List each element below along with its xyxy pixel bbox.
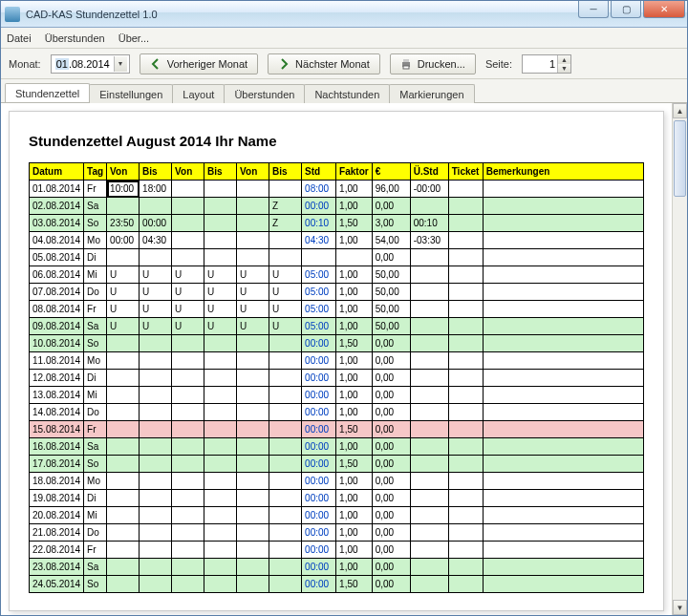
- cell-std[interactable]: 05:00: [302, 318, 336, 335]
- cell-bem[interactable]: [483, 284, 643, 301]
- cell-eur[interactable]: 54,00: [372, 232, 410, 249]
- cell-date[interactable]: 13.08.2014: [30, 387, 84, 404]
- cell-std[interactable]: 04:30: [302, 232, 336, 249]
- cell-v1[interactable]: [107, 198, 140, 215]
- cell-bem[interactable]: [483, 421, 643, 438]
- cell-v3[interactable]: [237, 249, 269, 266]
- cell-b1[interactable]: 00:00: [140, 215, 172, 232]
- cell-tag[interactable]: So: [84, 456, 107, 473]
- table-row[interactable]: 17.08.2014So00:001,500,00: [30, 456, 644, 473]
- cell-bem[interactable]: [483, 438, 643, 456]
- month-date-picker[interactable]: 01.08.2014 ▾: [51, 54, 130, 74]
- cell-b3[interactable]: U: [269, 318, 302, 335]
- cell-b2[interactable]: [204, 215, 237, 232]
- cell-tk[interactable]: [448, 473, 483, 490]
- cell-f[interactable]: 1,00: [336, 524, 373, 542]
- cell-bem[interactable]: [483, 473, 643, 490]
- cell-v1[interactable]: U: [107, 318, 140, 335]
- cell-v1[interactable]: 10:00: [107, 181, 140, 198]
- cell-date[interactable]: 19.08.2014: [30, 490, 84, 507]
- cell-v1[interactable]: [107, 542, 140, 559]
- cell-us[interactable]: [410, 404, 448, 421]
- cell-v2[interactable]: [172, 352, 204, 370]
- cell-eur[interactable]: 0,00: [372, 576, 410, 593]
- cell-tag[interactable]: Mi: [84, 507, 107, 524]
- cell-date[interactable]: 11.08.2014: [30, 352, 84, 370]
- cell-b3[interactable]: U: [269, 284, 302, 301]
- scroll-up-icon[interactable]: ▲: [673, 103, 687, 118]
- cell-v2[interactable]: [172, 181, 204, 198]
- cell-us[interactable]: [410, 576, 448, 593]
- cell-bem[interactable]: [483, 352, 643, 370]
- cell-b2[interactable]: [204, 473, 237, 490]
- table-row[interactable]: 16.08.2014Sa00:001,000,00: [30, 438, 644, 456]
- cell-eur[interactable]: 3,00: [372, 215, 410, 232]
- scroll-thumb[interactable]: [674, 120, 686, 197]
- cell-v3[interactable]: [237, 473, 269, 490]
- cell-tk[interactable]: [448, 249, 483, 266]
- cell-date[interactable]: 20.08.2014: [30, 507, 84, 524]
- cell-tk[interactable]: [448, 524, 483, 542]
- cell-std[interactable]: 00:00: [302, 387, 336, 404]
- table-row[interactable]: 10.08.2014So00:001,500,00: [30, 335, 644, 352]
- cell-f[interactable]: 1,00: [336, 542, 373, 559]
- cell-std[interactable]: 00:00: [302, 456, 336, 473]
- cell-v1[interactable]: [107, 507, 140, 524]
- cell-b2[interactable]: U: [204, 284, 237, 301]
- cell-us[interactable]: [410, 318, 448, 335]
- table-row[interactable]: 05.08.2014Di0,00: [30, 249, 644, 266]
- cell-v3[interactable]: U: [237, 318, 269, 335]
- cell-v1[interactable]: [107, 524, 140, 542]
- cell-eur[interactable]: 0,00: [372, 559, 410, 576]
- close-button[interactable]: ✕: [643, 1, 685, 18]
- cell-b3[interactable]: [269, 456, 302, 473]
- cell-date[interactable]: 06.08.2014: [30, 266, 84, 284]
- cell-tag[interactable]: Sa: [84, 438, 107, 456]
- cell-us[interactable]: [410, 352, 448, 370]
- cell-b2[interactable]: [204, 542, 237, 559]
- cell-b2[interactable]: [204, 524, 237, 542]
- cell-us[interactable]: [410, 198, 448, 215]
- cell-bem[interactable]: [483, 318, 643, 335]
- cell-v3[interactable]: [237, 215, 269, 232]
- cell-us[interactable]: -03:30: [410, 232, 448, 249]
- cell-date[interactable]: 07.08.2014: [30, 284, 84, 301]
- cell-us[interactable]: [410, 524, 448, 542]
- table-row[interactable]: 09.08.2014SaUUUUUU05:001,0050,00: [30, 318, 644, 335]
- cell-eur[interactable]: 0,00: [372, 473, 410, 490]
- tab-layout[interactable]: Layout: [172, 84, 225, 103]
- cell-us[interactable]: [410, 335, 448, 352]
- cell-b3[interactable]: [269, 524, 302, 542]
- cell-f[interactable]: 1,00: [336, 301, 373, 318]
- cell-tag[interactable]: So: [84, 335, 107, 352]
- cell-us[interactable]: [410, 387, 448, 404]
- cell-tag[interactable]: Di: [84, 249, 107, 266]
- cell-v1[interactable]: [107, 387, 140, 404]
- cell-tk[interactable]: [448, 301, 483, 318]
- table-row[interactable]: 12.08.2014Di00:001,000,00: [30, 370, 644, 387]
- cell-v1[interactable]: U: [107, 301, 140, 318]
- cell-eur[interactable]: 0,00: [372, 421, 410, 438]
- cell-v3[interactable]: [237, 352, 269, 370]
- table-row[interactable]: 19.08.2014Di00:001,000,00: [30, 490, 644, 507]
- cell-b1[interactable]: [140, 352, 172, 370]
- cell-tk[interactable]: [448, 404, 483, 421]
- cell-b1[interactable]: [140, 576, 172, 593]
- cell-tag[interactable]: Mo: [84, 232, 107, 249]
- cell-v3[interactable]: [237, 198, 269, 215]
- timesheet-table[interactable]: DatumTagVonBisVonBisVonBisStdFaktor€Ü.St…: [29, 162, 644, 593]
- cell-f[interactable]: 1,00: [336, 438, 373, 456]
- cell-tag[interactable]: Sa: [84, 559, 107, 576]
- cell-std[interactable]: 00:00: [302, 542, 336, 559]
- cell-v2[interactable]: [172, 524, 204, 542]
- table-row[interactable]: 03.08.2014So23:5000:00Z00:101,503,0000:1…: [30, 215, 644, 232]
- cell-us[interactable]: [410, 301, 448, 318]
- cell-v1[interactable]: [107, 456, 140, 473]
- cell-tag[interactable]: Fr: [84, 421, 107, 438]
- cell-f[interactable]: 1,00: [336, 473, 373, 490]
- cell-std[interactable]: 00:00: [302, 198, 336, 215]
- cell-b1[interactable]: 04:30: [140, 232, 172, 249]
- cell-eur[interactable]: 50,00: [372, 301, 410, 318]
- cell-eur[interactable]: 0,00: [372, 507, 410, 524]
- cell-tag[interactable]: So: [84, 215, 107, 232]
